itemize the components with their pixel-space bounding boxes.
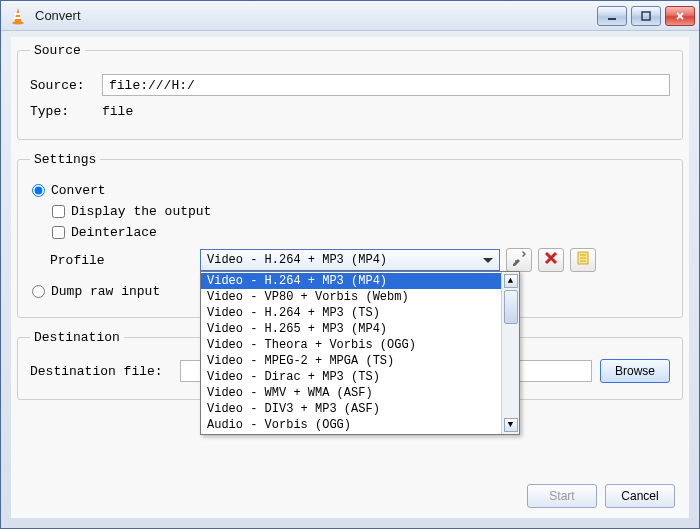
deinterlace-label: Deinterlace xyxy=(71,225,157,240)
window-buttons xyxy=(597,6,695,26)
profile-option[interactable]: Video - MPEG-2 + MPGA (TS) xyxy=(201,353,501,369)
dropdown-scrollbar[interactable]: ▲ ▼ xyxy=(501,272,519,434)
source-group: Source Source: Type: file xyxy=(17,43,683,140)
svg-marker-0 xyxy=(14,8,22,23)
convert-radio-label: Convert xyxy=(51,183,106,198)
profile-option-list: Video - H.264 + MP3 (MP4) Video - VP80 +… xyxy=(201,272,501,434)
start-button-label: Start xyxy=(549,489,574,503)
profile-option[interactable]: Video - Dirac + MP3 (TS) xyxy=(201,369,501,385)
display-output-checkbox[interactable] xyxy=(52,205,65,218)
svg-rect-1 xyxy=(15,13,21,15)
dialog-content: Source Source: Type: file Settings Conve… xyxy=(11,37,689,518)
cancel-button-label: Cancel xyxy=(621,489,658,503)
start-button[interactable]: Start xyxy=(527,484,597,508)
profile-label: Profile xyxy=(50,253,200,268)
scroll-down-icon[interactable]: ▼ xyxy=(504,418,518,432)
dump-raw-radio[interactable] xyxy=(32,285,45,298)
vlc-cone-icon xyxy=(9,7,27,25)
settings-group: Settings Convert Display the output Dein… xyxy=(17,152,683,318)
profile-combobox[interactable]: Video - H.264 + MP3 (MP4) xyxy=(200,249,500,271)
convert-radio[interactable] xyxy=(32,184,45,197)
profile-option[interactable]: Video - VP80 + Vorbis (Webm) xyxy=(201,289,501,305)
svg-point-3 xyxy=(12,21,24,24)
convert-window: Convert Source Source: Type: file Settin… xyxy=(0,0,700,529)
svg-rect-5 xyxy=(642,12,650,20)
profile-option[interactable]: Video - H.264 + MP3 (TS) xyxy=(201,305,501,321)
profile-option[interactable]: Video - Theora + Vorbis (OGG) xyxy=(201,337,501,353)
source-legend: Source xyxy=(30,43,85,58)
profile-option[interactable]: Audio - Vorbis (OGG) xyxy=(201,417,501,433)
display-output-label: Display the output xyxy=(71,204,211,219)
destination-legend: Destination xyxy=(30,330,124,345)
svg-rect-2 xyxy=(14,17,21,19)
profile-selected-value: Video - H.264 + MP3 (MP4) xyxy=(207,253,387,267)
dump-raw-label: Dump raw input xyxy=(51,284,160,299)
scroll-thumb[interactable] xyxy=(504,290,518,324)
svg-rect-4 xyxy=(608,18,616,20)
close-button[interactable] xyxy=(665,6,695,26)
delete-x-icon xyxy=(543,250,559,270)
svg-point-8 xyxy=(515,260,517,262)
profile-select[interactable]: Video - H.264 + MP3 (MP4) Video - H.264 … xyxy=(200,249,500,271)
window-title: Convert xyxy=(35,8,597,23)
deinterlace-checkbox[interactable] xyxy=(52,226,65,239)
profile-option[interactable]: Video - H.265 + MP3 (MP4) xyxy=(201,321,501,337)
destination-file-label: Destination file: xyxy=(30,364,180,379)
source-label: Source: xyxy=(30,78,102,93)
titlebar: Convert xyxy=(1,1,699,31)
type-label: Type: xyxy=(30,104,102,119)
maximize-button[interactable] xyxy=(631,6,661,26)
profile-option[interactable]: Video - WMV + WMA (ASF) xyxy=(201,385,501,401)
minimize-button[interactable] xyxy=(597,6,627,26)
settings-legend: Settings xyxy=(30,152,100,167)
profile-option[interactable]: Video - H.264 + MP3 (MP4) xyxy=(201,273,501,289)
scroll-up-icon[interactable]: ▲ xyxy=(504,274,518,288)
browse-button[interactable]: Browse xyxy=(600,359,670,383)
new-profile-button[interactable] xyxy=(570,248,596,272)
wrench-icon xyxy=(511,250,527,270)
source-input[interactable] xyxy=(102,74,670,96)
profile-option[interactable]: Video - DIV3 + MP3 (ASF) xyxy=(201,401,501,417)
delete-profile-button[interactable] xyxy=(538,248,564,272)
edit-profile-button[interactable] xyxy=(506,248,532,272)
type-value: file xyxy=(102,102,133,121)
dialog-footer: Start Cancel xyxy=(527,484,675,508)
cancel-button[interactable]: Cancel xyxy=(605,484,675,508)
new-doc-icon xyxy=(575,250,591,270)
profile-dropdown: Video - H.264 + MP3 (MP4) Video - VP80 +… xyxy=(200,271,520,435)
browse-button-label: Browse xyxy=(615,364,655,378)
